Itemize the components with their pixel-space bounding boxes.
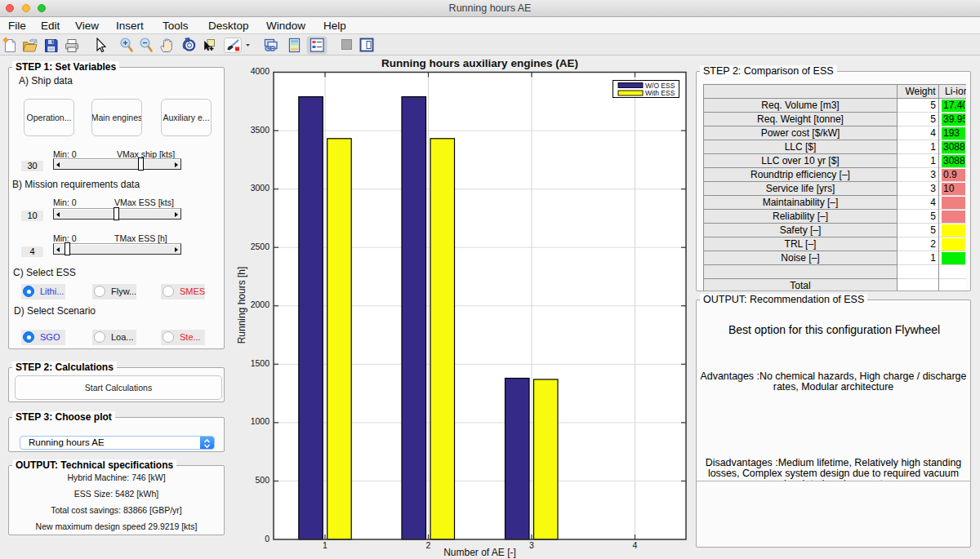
svg-text:3000: 3000 [251, 183, 270, 193]
svg-text:2500: 2500 [251, 242, 270, 251]
svg-text:2000: 2000 [251, 299, 270, 309]
svg-text:2: 2 [426, 540, 431, 550]
svg-text:1500: 1500 [251, 358, 270, 368]
svg-text:4000: 4000 [251, 66, 270, 76]
svg-text:With ESS: With ESS [645, 89, 675, 97]
svg-text:0: 0 [265, 534, 270, 543]
svg-text:1000: 1000 [251, 416, 270, 426]
svg-text:3500: 3500 [251, 125, 270, 135]
svg-text:3: 3 [529, 540, 534, 550]
svg-text:Running hours [h]: Running hours [h] [236, 267, 247, 344]
svg-text:1: 1 [323, 540, 327, 550]
svg-text:4: 4 [633, 540, 638, 550]
svg-text:Running hours auxiliary engine: Running hours auxiliary engines (AE) [381, 57, 578, 69]
svg-text:W/O ESS: W/O ESS [645, 82, 675, 90]
svg-text:500: 500 [255, 475, 270, 485]
svg-text:Number of AE [-]: Number of AE [-] [443, 547, 516, 558]
